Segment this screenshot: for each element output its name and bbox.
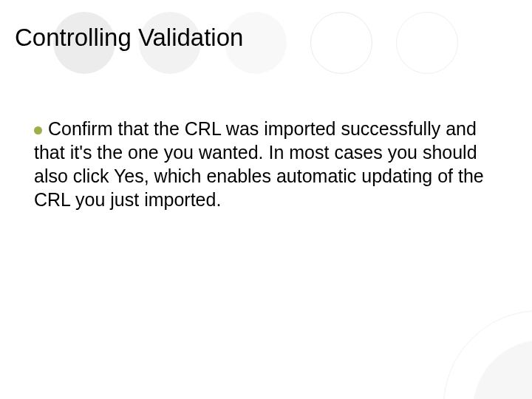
corner-circle-outline <box>443 310 532 399</box>
slide-body: Confirm that the CRL was imported succes… <box>34 117 488 211</box>
bullet-icon <box>34 126 42 134</box>
bg-circle-outline <box>396 12 458 74</box>
bg-circle-outline <box>310 12 372 74</box>
corner-circle-filled <box>473 340 532 399</box>
body-text: Confirm that the CRL was imported succes… <box>34 118 484 210</box>
corner-decoration <box>414 281 532 399</box>
slide-title: Controlling Validation <box>15 24 243 52</box>
